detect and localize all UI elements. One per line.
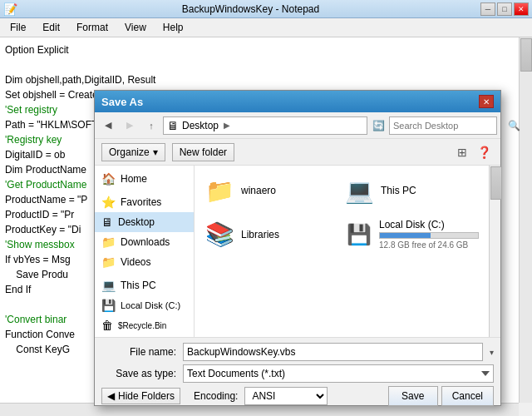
save-button[interactable]: Save — [388, 386, 438, 406]
nav-local-disk-label: Local Disk (C:) — [121, 300, 180, 310]
filetype-label: Save as type: — [101, 368, 176, 379]
location-bar[interactable]: 🖥 Desktop ▶ — [163, 116, 367, 135]
disk-bar-fill — [380, 233, 431, 238]
home-icon: 🏠 — [101, 172, 116, 186]
disk-info: Local Disk (C:) 12.8 GB free of 24.6 GB — [379, 219, 479, 250]
bottom-bar: ◀ Hide Folders Encoding: ANSI Save Cance… — [101, 386, 494, 406]
disk-bar — [379, 232, 479, 239]
filename-input[interactable] — [183, 343, 483, 361]
refresh-button[interactable]: 🔄 — [369, 116, 387, 135]
dialog-nav-toolbar: ◀ ▶ ↑ 🖥 Desktop ▶ 🔄 🔍 — [95, 112, 500, 139]
search-icon: 🔍 — [508, 120, 520, 131]
nav-recycle[interactable]: 🗑 $Recycle.Bin — [95, 315, 194, 335]
nav-this-pc[interactable]: 💻 This PC — [95, 275, 194, 295]
nav-local-disk[interactable]: 💾 Local Disk (C:) — [95, 295, 194, 315]
dialog-title: Save As — [101, 96, 143, 108]
dialog-organize-toolbar: Organize ▾ New folder ⊞ ❓ — [95, 139, 500, 166]
search-bar[interactable]: 🔍 — [389, 116, 497, 135]
new-folder-button[interactable]: New folder — [172, 143, 234, 161]
dialog-scrollbar-thumb[interactable] — [490, 166, 502, 200]
winaero-folder-icon: 📁 — [204, 176, 234, 206]
encoding-label: Encoding: — [194, 390, 238, 402]
nav-videos-label: Videos — [121, 256, 150, 268]
recycle-icon: 🗑 — [101, 319, 113, 332]
forward-button[interactable]: ▶ — [120, 116, 140, 135]
nav-desktop[interactable]: 🖥 Desktop — [95, 212, 194, 232]
file-item-this-pc[interactable]: 💻 This PC — [341, 172, 482, 209]
organize-chevron: ▾ — [153, 146, 158, 158]
nav-downloads-label: Downloads — [121, 236, 170, 248]
hide-folders-arrow: ◀ — [107, 390, 115, 402]
filetype-row: Save as type: Text Documents (*.txt) — [101, 364, 494, 383]
filetype-select[interactable]: Text Documents (*.txt) — [183, 364, 494, 383]
dialog-footer: File name: ▾ Save as type: Text Document… — [95, 337, 500, 405]
this-pc-file-icon: 💻 — [344, 176, 374, 206]
save-as-dialog: Save As ✕ ◀ ▶ ↑ 🖥 Desktop ▶ 🔄 🔍 Organize… — [94, 90, 501, 406]
organize-label: Organize — [109, 146, 150, 158]
nav-videos[interactable]: 📁 Videos — [95, 252, 194, 272]
cancel-button[interactable]: Cancel — [441, 386, 494, 406]
search-input[interactable] — [393, 121, 508, 131]
file-item-libraries[interactable]: 📚 Libraries — [201, 215, 334, 253]
favorites-icon: ⭐ — [101, 196, 116, 209]
winaero-name: winaero — [241, 185, 276, 196]
dialog-body: 🏠 Home ⭐ Favorites 🖥 Desktop 📁 Downloads — [95, 166, 500, 337]
local-disk-icon: 💾 — [101, 299, 116, 312]
organize-button[interactable]: Organize ▾ — [101, 143, 165, 161]
dialog-titlebar: Save As ✕ — [95, 91, 500, 112]
new-folder-label: New folder — [180, 146, 227, 158]
back-button[interactable]: ◀ — [98, 116, 118, 135]
location-text: Desktop — [182, 120, 219, 131]
nav-panel: 🏠 Home ⭐ Favorites 🖥 Desktop 📁 Downloads — [95, 166, 195, 337]
encoding-select[interactable]: ANSI — [244, 387, 328, 405]
hide-folders-label: Hide Folders — [118, 390, 175, 402]
nav-backup[interactable]: 📁 backup — [95, 335, 194, 337]
encoding-row: Encoding: ANSI — [194, 387, 328, 405]
nav-this-pc-label: This PC — [121, 280, 156, 291]
libraries-name: Libraries — [241, 229, 279, 240]
help-button[interactable]: ❓ — [474, 143, 494, 161]
this-pc-icon: 💻 — [101, 279, 116, 292]
disk-name: Local Disk (C:) — [379, 219, 479, 230]
dialog-close-button[interactable]: ✕ — [479, 95, 494, 108]
disk-size: 12.8 GB free of 24.6 GB — [379, 240, 479, 250]
local-disk-file-icon: 💾 — [344, 220, 374, 250]
view-buttons: ⊞ ❓ — [452, 143, 494, 161]
this-pc-file-name: This PC — [381, 185, 416, 196]
dialog-scrollbar[interactable] — [489, 166, 500, 337]
libraries-icon: 📚 — [204, 220, 234, 250]
nav-home[interactable]: 🏠 Home — [95, 169, 194, 189]
dialog-overlay: Save As ✕ ◀ ▶ ↑ 🖥 Desktop ▶ 🔄 🔍 Organize… — [0, 0, 532, 416]
location-arrow: ▶ — [224, 121, 230, 130]
file-panel: 📁 winaero 💻 This PC 📚 Libraries 💾 — [195, 166, 489, 337]
downloads-icon: 📁 — [101, 235, 116, 249]
filename-label: File name: — [101, 346, 176, 358]
dialog-action-buttons: Save Cancel — [388, 386, 494, 406]
nav-recycle-label: $Recycle.Bin — [118, 321, 166, 330]
nav-favorites[interactable]: ⭐ Favorites — [95, 192, 194, 212]
nav-favorites-label: Favorites — [121, 196, 161, 208]
desktop-icon: 🖥 — [167, 119, 179, 132]
filename-row: File name: ▾ — [101, 343, 494, 361]
hide-folders-button[interactable]: ◀ Hide Folders — [101, 388, 180, 404]
nav-downloads[interactable]: 📁 Downloads — [95, 232, 194, 252]
up-button[interactable]: ↑ — [141, 116, 161, 135]
videos-icon: 📁 — [101, 255, 116, 269]
filename-dropdown-arrow: ▾ — [490, 348, 494, 357]
nav-desktop-label: Desktop — [118, 216, 155, 228]
nav-home-label: Home — [121, 173, 147, 185]
file-item-local-disk[interactable]: 💾 Local Disk (C:) 12.8 GB free of 24.6 G… — [341, 215, 482, 253]
desktop-nav-icon: 🖥 — [101, 215, 113, 229]
file-item-winaero[interactable]: 📁 winaero — [201, 172, 334, 209]
view-options-button[interactable]: ⊞ — [452, 143, 472, 161]
